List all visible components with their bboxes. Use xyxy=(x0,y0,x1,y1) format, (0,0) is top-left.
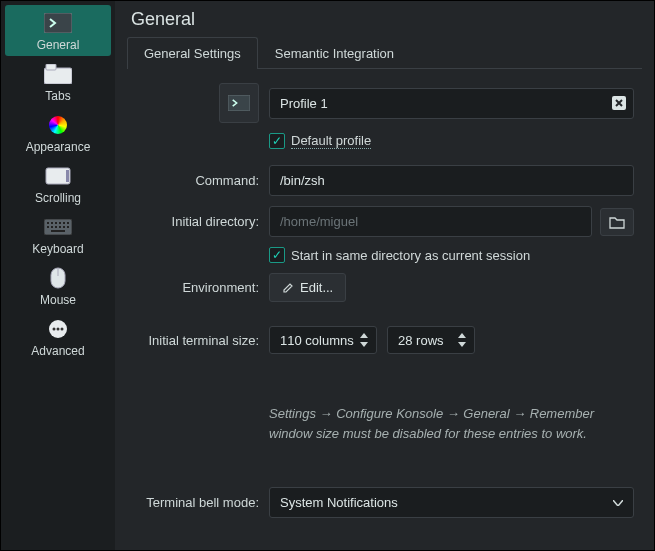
initial-dir-row: Initial directory: xyxy=(135,206,634,237)
svg-rect-8 xyxy=(55,222,57,224)
sidebar-item-label: Advanced xyxy=(31,344,84,358)
tab-semantic-integration[interactable]: Semantic Integration xyxy=(258,37,411,69)
general-settings-panel: ✓ Default profile Command: Initial direc… xyxy=(127,69,642,538)
svg-rect-0 xyxy=(44,13,72,33)
svg-rect-11 xyxy=(67,222,69,224)
profile-name-input[interactable] xyxy=(269,88,634,119)
tabs-icon xyxy=(42,62,74,86)
content-panel: General General Settings Semantic Integr… xyxy=(115,1,654,550)
rows-down[interactable] xyxy=(454,340,470,349)
initial-dir-label: Initial directory: xyxy=(135,214,269,229)
sidebar-item-label: Mouse xyxy=(40,293,76,307)
default-profile-label: Default profile xyxy=(291,133,371,149)
svg-rect-14 xyxy=(55,226,57,228)
terminal-size-hint: Settings → Configure Konsole → General →… xyxy=(269,404,629,443)
clear-icon[interactable] xyxy=(612,96,626,110)
advanced-icon xyxy=(42,317,74,341)
rows-stepper[interactable]: 28 rows xyxy=(387,326,475,354)
svg-rect-10 xyxy=(63,222,65,224)
appearance-icon xyxy=(42,113,74,137)
terminal-size-label: Initial terminal size: xyxy=(135,333,269,348)
columns-up[interactable] xyxy=(356,331,372,340)
sidebar-item-label: Tabs xyxy=(45,89,70,103)
svg-rect-6 xyxy=(47,222,49,224)
edit-button-label: Edit... xyxy=(300,280,333,295)
default-profile-row: ✓ Default profile xyxy=(135,133,634,149)
settings-window: General Tabs Appearance Scrolling Keyboa… xyxy=(0,0,655,551)
svg-rect-9 xyxy=(59,222,61,224)
sidebar-item-mouse[interactable]: Mouse xyxy=(5,260,111,311)
sidebar-item-tabs[interactable]: Tabs xyxy=(5,56,111,107)
folder-open-icon xyxy=(609,215,625,229)
command-label: Command: xyxy=(135,173,269,188)
command-input[interactable] xyxy=(269,165,634,196)
mouse-icon xyxy=(42,266,74,290)
svg-rect-17 xyxy=(67,226,69,228)
bell-mode-label: Terminal bell mode: xyxy=(135,495,269,510)
columns-value: 110 columns xyxy=(280,333,356,348)
command-row: Command: xyxy=(135,165,634,196)
sidebar-item-label: Appearance xyxy=(26,140,91,154)
pencil-icon xyxy=(282,282,294,294)
svg-rect-16 xyxy=(63,226,65,228)
svg-rect-13 xyxy=(51,226,53,228)
rows-up[interactable] xyxy=(454,331,470,340)
terminal-size-row: Initial terminal size: 110 columns 28 ro… xyxy=(135,326,634,354)
rows-value: 28 rows xyxy=(398,333,454,348)
start-same-dir-row: ✓ Start in same directory as current ses… xyxy=(135,247,634,263)
sidebar-item-advanced[interactable]: Advanced xyxy=(5,311,111,362)
bell-mode-row: Terminal bell mode: System Notifications xyxy=(135,487,634,518)
svg-rect-4 xyxy=(66,170,69,182)
checkbox-icon: ✓ xyxy=(269,247,285,263)
profile-icon-button[interactable] xyxy=(219,83,259,123)
tab-bar: General Settings Semantic Integration xyxy=(127,36,642,69)
svg-rect-18 xyxy=(51,230,65,232)
sidebar-item-scrolling[interactable]: Scrolling xyxy=(5,158,111,209)
columns-down[interactable] xyxy=(356,340,372,349)
general-icon xyxy=(42,11,74,35)
svg-point-23 xyxy=(57,328,60,331)
sidebar-item-general[interactable]: General xyxy=(5,5,111,56)
sidebar: General Tabs Appearance Scrolling Keyboa… xyxy=(1,1,115,550)
sidebar-item-label: General xyxy=(37,38,80,52)
default-profile-checkbox[interactable]: ✓ Default profile xyxy=(269,133,371,149)
chevron-down-icon xyxy=(613,500,623,506)
sidebar-item-label: Keyboard xyxy=(32,242,83,256)
svg-rect-7 xyxy=(51,222,53,224)
environment-row: Environment: Edit... xyxy=(135,273,634,302)
svg-point-24 xyxy=(61,328,64,331)
page-title: General xyxy=(131,9,642,30)
svg-point-22 xyxy=(53,328,56,331)
sidebar-item-keyboard[interactable]: Keyboard xyxy=(5,209,111,260)
svg-rect-12 xyxy=(47,226,49,228)
svg-rect-2 xyxy=(46,64,56,70)
bell-mode-select[interactable]: System Notifications xyxy=(269,487,634,518)
browse-folder-button[interactable] xyxy=(600,208,634,236)
svg-rect-25 xyxy=(228,95,250,111)
checkbox-icon: ✓ xyxy=(269,133,285,149)
environment-label: Environment: xyxy=(135,280,269,295)
start-same-dir-label: Start in same directory as current sessi… xyxy=(291,248,530,263)
sidebar-item-appearance[interactable]: Appearance xyxy=(5,107,111,158)
start-same-dir-checkbox[interactable]: ✓ Start in same directory as current ses… xyxy=(269,247,530,263)
hint-rest: must be disabled for these entries to wo… xyxy=(339,426,587,441)
svg-rect-15 xyxy=(59,226,61,228)
edit-environment-button[interactable]: Edit... xyxy=(269,273,346,302)
tab-general-settings[interactable]: General Settings xyxy=(127,37,258,69)
bell-mode-value: System Notifications xyxy=(280,495,398,510)
columns-stepper[interactable]: 110 columns xyxy=(269,326,377,354)
scrolling-icon xyxy=(42,164,74,188)
sidebar-item-label: Scrolling xyxy=(35,191,81,205)
profile-row xyxy=(135,83,634,123)
keyboard-icon xyxy=(42,215,74,239)
initial-dir-input[interactable] xyxy=(269,206,592,237)
